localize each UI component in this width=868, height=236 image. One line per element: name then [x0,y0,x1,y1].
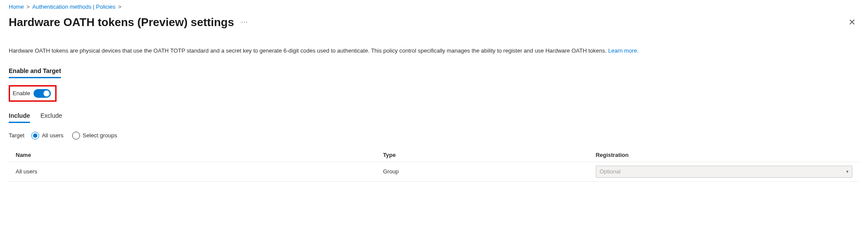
chevron-down-icon: ▾ [846,169,848,174]
radio-select-groups-label: Select groups [83,132,117,139]
breadcrumb-separator: > [118,3,122,10]
tab-exclude[interactable]: Exclude [40,112,62,123]
col-header-type: Type [383,152,596,158]
radio-select-groups[interactable]: Select groups [72,132,117,140]
tab-enable-and-target[interactable]: Enable and Target [9,67,61,78]
page-title: Hardware OATH tokens (Preview) settings [9,16,234,29]
page-description: Hardware OATH tokens are physical device… [9,47,859,55]
enable-label: Enable [13,90,30,96]
cell-type: Group [383,168,596,175]
enable-highlight-box: Enable [9,85,57,102]
target-radio-group: All users Select groups [31,132,117,140]
breadcrumb: Home > Authentication methods | Policies… [9,3,859,10]
radio-icon [31,132,39,140]
col-header-registration: Registration [596,152,859,158]
breadcrumb-separator: > [27,3,30,10]
learn-more-link[interactable]: Learn more. [608,47,638,54]
registration-select[interactable]: Optional ▾ [596,166,852,178]
close-icon[interactable]: ✕ [845,15,859,29]
cell-registration: Optional ▾ [596,166,859,178]
registration-value: Optional [600,168,621,175]
col-header-name: Name [9,152,383,158]
table-row: All users Group Optional ▾ [9,162,859,182]
breadcrumb-auth-methods[interactable]: Authentication methods | Policies [32,3,115,10]
description-text: Hardware OATH tokens are physical device… [9,47,608,54]
target-table: Name Type Registration All users Group O… [9,148,859,182]
target-label: Target [9,132,24,139]
title-row: Hardware OATH tokens (Preview) settings … [9,15,859,29]
cell-name: All users [9,168,383,175]
radio-all-users[interactable]: All users [31,132,63,140]
table-header: Name Type Registration [9,148,859,162]
enable-toggle[interactable] [33,89,51,98]
radio-icon [72,132,80,140]
include-exclude-tabs: Include Exclude [9,112,859,123]
breadcrumb-home[interactable]: Home [9,3,24,10]
tab-include[interactable]: Include [9,112,30,123]
radio-all-users-label: All users [42,132,63,139]
more-icon[interactable]: ··· [241,18,248,26]
target-row: Target All users Select groups [9,132,859,140]
